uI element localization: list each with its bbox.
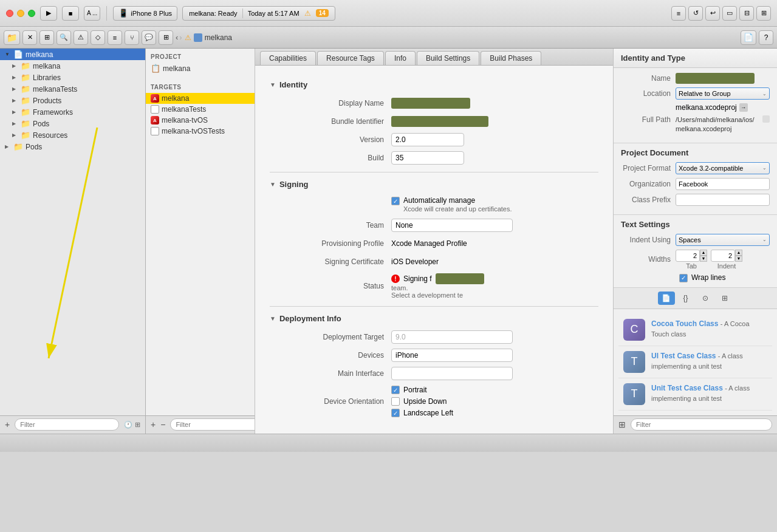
tab-width-input[interactable]: [676, 250, 700, 262]
version-input[interactable]: [391, 133, 464, 146]
devices-input[interactable]: [391, 349, 513, 362]
tab-width-down[interactable]: ▼: [700, 256, 707, 262]
inspector-filter-input[interactable]: [631, 418, 772, 431]
format-select[interactable]: Xcode 3.2-compatible ⌄: [676, 162, 770, 174]
library-tab-grid[interactable]: ⊞: [716, 292, 733, 305]
sidebar-root-label: melkana: [26, 50, 53, 59]
wrap-lines-checkbox[interactable]: ✓: [679, 274, 688, 282]
nav-forward[interactable]: ›: [179, 33, 182, 42]
library-tab-doc[interactable]: 📄: [658, 292, 675, 305]
nav-back[interactable]: ‹: [176, 33, 178, 42]
file-item-melkana-target[interactable]: A melkana: [146, 93, 255, 104]
class-prefix-input[interactable]: [676, 194, 770, 206]
sidebar-root[interactable]: ▼ 📄 melkana: [0, 49, 145, 60]
portrait-checkbox[interactable]: ✓: [391, 386, 400, 394]
breadcrumb-item[interactable]: melkana: [194, 33, 232, 42]
sidebar-item-melkana[interactable]: ▶ 📁 melkana: [0, 60, 145, 72]
file-filter-input[interactable]: [170, 418, 255, 431]
add-target-button[interactable]: +: [151, 420, 156, 429]
library-tab-circle[interactable]: ⊙: [697, 292, 714, 305]
folder-btn[interactable]: 📁: [4, 30, 20, 45]
list-view-btn[interactable]: ≡: [671, 6, 686, 21]
auto-manage-checkbox[interactable]: ✓: [391, 197, 400, 205]
tab-width-stepper[interactable]: ▲ ▼: [700, 250, 707, 262]
tab-build-settings[interactable]: Build Settings: [417, 51, 479, 65]
upside-down-checkbox[interactable]: ✓: [391, 397, 400, 406]
identity-toggle[interactable]: ▼: [270, 81, 276, 88]
indent-using-select[interactable]: Spaces ⌄: [676, 234, 770, 246]
location-select[interactable]: Relative to Group ⌄: [676, 87, 770, 100]
build-row: Build: [270, 151, 598, 165]
sidebar-filter-input[interactable]: [15, 418, 119, 431]
grid-btn[interactable]: ⊞: [39, 30, 54, 45]
x-btn[interactable]: ✕: [22, 30, 37, 45]
indent-width-down[interactable]: ▼: [735, 256, 742, 262]
assistant-btn[interactable]: ⊞: [756, 6, 771, 21]
list-btn[interactable]: ≡: [108, 30, 122, 45]
minimize-button[interactable]: [17, 10, 24, 17]
indent-width-input[interactable]: [711, 250, 735, 262]
help-btn[interactable]: ?: [759, 30, 773, 45]
team-label: Team: [270, 221, 391, 230]
sidebar-item-pods2[interactable]: ▶ 📁 Pods: [0, 141, 145, 152]
tab-capabilities[interactable]: Capabilities: [260, 51, 316, 65]
deployment-target-input[interactable]: [391, 330, 513, 344]
cocoa-icon: C: [623, 319, 645, 341]
warning-btn[interactable]: ⚠: [74, 30, 88, 45]
library-tab-braces[interactable]: {}: [677, 292, 694, 305]
tiles-btn[interactable]: ⊞: [159, 30, 173, 45]
indent-width-stepper[interactable]: ▲ ▼: [735, 250, 742, 262]
remove-target-button[interactable]: −: [160, 420, 165, 429]
deployment-toggle[interactable]: ▼: [270, 315, 276, 322]
indent-using-dropdown[interactable]: Spaces ⌄: [676, 234, 770, 246]
indent-width-up[interactable]: ▲: [735, 250, 742, 256]
run-button[interactable]: ▶: [40, 6, 57, 21]
status-desc: Select a development te: [391, 292, 484, 299]
sidebar: ▼ 📄 melkana ▶ 📁 melkana ▶ 📁 Libraries ▶ …: [0, 49, 146, 434]
org-input[interactable]: [676, 178, 770, 190]
sidebar-item-resources[interactable]: ▶ 📁 Resources: [0, 129, 145, 141]
file-item-project[interactable]: 📋 melkana: [146, 63, 255, 74]
project-status: melkana: Ready: [189, 10, 238, 17]
message-btn[interactable]: 💬: [142, 30, 156, 45]
single-view-btn[interactable]: ▭: [722, 6, 737, 21]
file-inspector-btn[interactable]: 📄: [741, 30, 756, 45]
file-jump-icon[interactable]: →: [739, 103, 748, 112]
search-btn[interactable]: 🔍: [56, 30, 71, 45]
close-button[interactable]: [6, 10, 13, 17]
file-item-tvos-tests-target[interactable]: melkana-tvOSTests: [146, 126, 255, 137]
sidebar-item-libraries[interactable]: ▶ 📁 Libraries: [0, 72, 145, 83]
sidebar-item-frameworks[interactable]: ▶ 📁 Frameworks: [0, 106, 145, 118]
device-orientation-label: Device Orientation: [270, 397, 391, 406]
sidebar-item-products[interactable]: ▶ 📁 Products: [0, 95, 145, 106]
main-interface-input[interactable]: [391, 367, 513, 380]
wrap-row: ✓ Wrap lines: [621, 273, 770, 282]
refresh-btn[interactable]: ↺: [688, 6, 703, 21]
tab-build-phases[interactable]: Build Phases: [481, 51, 541, 65]
format-dropdown[interactable]: Xcode 3.2-compatible ⌄: [676, 162, 770, 174]
tab-info[interactable]: Info: [385, 51, 416, 65]
build-input[interactable]: [391, 151, 464, 165]
device-selector[interactable]: 📱 iPhone 8 Plus: [113, 6, 177, 21]
nav-arrows[interactable]: ‹ ›: [176, 33, 182, 42]
sidebar-item-pods[interactable]: ▶ 📁 Pods: [0, 118, 145, 129]
tab-resource-tags[interactable]: Resource Tags: [317, 51, 384, 65]
signing-toggle[interactable]: ▼: [270, 181, 276, 188]
library-ui-test-item: T UI Test Case Class - A class implement…: [618, 346, 772, 378]
back-btn[interactable]: ↩: [705, 6, 720, 21]
add-file-button[interactable]: +: [5, 420, 10, 429]
stop-button[interactable]: ■: [62, 6, 79, 21]
file-item-tests-target[interactable]: melkanaTests: [146, 104, 255, 115]
split-view-btn[interactable]: ⊟: [739, 6, 754, 21]
version-row: Version: [270, 133, 598, 146]
location-dropdown[interactable]: Relative to Group ⌄: [676, 87, 770, 100]
sidebar-pods2-label: Pods: [26, 143, 42, 151]
maximize-button[interactable]: [28, 10, 35, 17]
sidebar-item-tests[interactable]: ▶ 📁 melkanaTests: [0, 83, 145, 95]
team-input[interactable]: [391, 219, 513, 232]
tab-width-up[interactable]: ▲: [700, 250, 707, 256]
file-item-tvos-target[interactable]: A melkana-tvOS: [146, 115, 255, 126]
branch-btn[interactable]: ⑂: [125, 30, 139, 45]
landscape-left-checkbox[interactable]: ✓: [391, 409, 400, 417]
bookmark-btn[interactable]: ◇: [91, 30, 105, 45]
